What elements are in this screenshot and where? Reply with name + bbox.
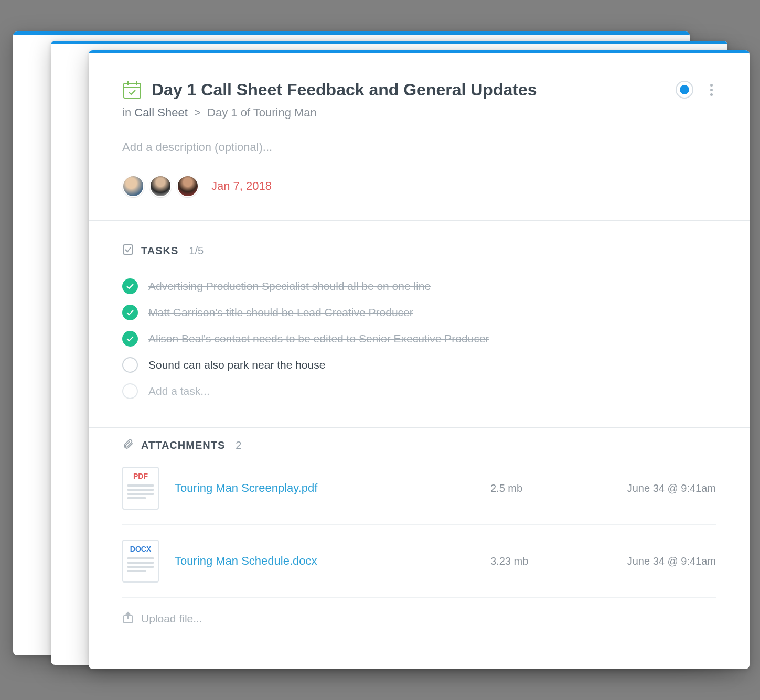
divider	[89, 427, 750, 428]
tasks-section-label: TASKS	[141, 245, 178, 257]
task-row[interactable]: Matt Garrison's title should be Lead Cre…	[122, 299, 716, 326]
attachment-row: DOCXTouring Man Schedule.docx3.23 mbJune…	[122, 525, 716, 598]
avatar[interactable]	[122, 175, 144, 197]
upload-file-label: Upload file...	[141, 612, 202, 625]
task-checkbox-checked[interactable]	[122, 305, 138, 320]
task-text: Sound can also park near the house	[148, 359, 325, 371]
attachment-row: PDFTouring Man Screenplay.pdf2.5 mbJune …	[122, 452, 716, 525]
add-task-row[interactable]: Add a task...	[122, 378, 716, 404]
paperclip-icon	[122, 438, 134, 452]
task-text: Advertising Production Specialist should…	[148, 280, 431, 293]
task-row[interactable]: Alison Beal's contact needs to be edited…	[122, 326, 716, 352]
add-task-input[interactable]: Add a task...	[148, 385, 210, 397]
due-date[interactable]: Jan 7, 2018	[211, 179, 272, 193]
assignee-avatars[interactable]	[122, 175, 199, 197]
tasks-count: 1/5	[189, 245, 204, 257]
file-ext-label: DOCX	[130, 545, 151, 553]
status-indicator[interactable]	[676, 81, 693, 99]
file-thumb-lines	[127, 484, 154, 499]
file-thumb-lines	[127, 557, 154, 572]
attachment-date: June 34 @ 9:41am	[595, 482, 716, 494]
breadcrumb-prefix: in	[122, 106, 131, 119]
attachment-name-link[interactable]: Touring Man Screenplay.pdf	[175, 481, 475, 495]
more-menu-button[interactable]	[707, 81, 716, 99]
file-thumbnail[interactable]: DOCX	[122, 540, 159, 583]
breadcrumb-separator: >	[194, 106, 201, 119]
file-ext-label: PDF	[133, 472, 148, 480]
task-text: Matt Garrison's title should be Lead Cre…	[148, 306, 413, 319]
avatar[interactable]	[149, 175, 172, 197]
avatar[interactable]	[177, 175, 199, 197]
breadcrumb-parent-link[interactable]: Call Sheet	[134, 106, 188, 119]
tasks-icon	[122, 244, 134, 257]
attachment-size: 3.23 mb	[490, 555, 580, 567]
calendar-check-icon	[122, 80, 142, 100]
task-row[interactable]: Sound can also park near the house	[122, 352, 716, 378]
main-card: Day 1 Call Sheet Feedback and General Up…	[89, 50, 750, 669]
status-dot-icon	[680, 85, 689, 94]
task-row[interactable]: Advertising Production Specialist should…	[122, 273, 716, 299]
breadcrumb: in Call Sheet > Day 1 of Touring Man	[122, 106, 716, 120]
attachments-count: 2	[236, 439, 241, 451]
task-checkbox-unchecked[interactable]	[122, 357, 138, 373]
task-text: Alison Beal's contact needs to be edited…	[148, 332, 489, 345]
task-checkbox-placeholder	[122, 383, 138, 399]
file-thumbnail[interactable]: PDF	[122, 467, 159, 510]
divider	[89, 220, 750, 221]
card-top-bar	[51, 41, 727, 44]
description-input[interactable]: Add a description (optional)...	[122, 141, 716, 154]
attachment-name-link[interactable]: Touring Man Schedule.docx	[175, 554, 475, 568]
upload-file-button[interactable]: Upload file...	[122, 598, 716, 640]
upload-icon	[122, 611, 134, 626]
card-top-bar	[13, 31, 690, 35]
task-checkbox-checked[interactable]	[122, 278, 138, 294]
task-checkbox-checked[interactable]	[122, 331, 138, 347]
attachment-date: June 34 @ 9:41am	[595, 555, 716, 567]
attachment-size: 2.5 mb	[490, 482, 580, 494]
svg-rect-0	[124, 83, 141, 98]
attachments-section-label: ATTACHMENTS	[141, 439, 225, 451]
svg-rect-4	[123, 245, 133, 254]
breadcrumb-current: Day 1 of Touring Man	[207, 106, 317, 119]
card-title: Day 1 Call Sheet Feedback and General Up…	[152, 80, 666, 100]
